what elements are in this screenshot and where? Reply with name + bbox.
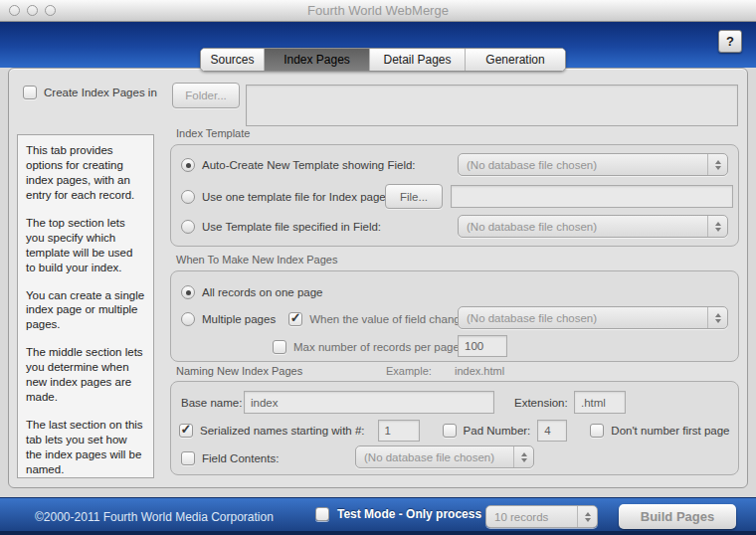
main-panel: Create Index Pages in Folder... This tab… xyxy=(8,68,748,488)
popup-arrows-icon xyxy=(707,154,727,175)
popup-value: 10 records xyxy=(486,506,577,527)
when-group-title: When To Make New Index Pages xyxy=(176,254,337,266)
field-contents-row: Field Contents: xyxy=(181,446,279,470)
footer-bar: ©2000-2011 Fourth World Media Corporatio… xyxy=(0,497,756,535)
records-count-select[interactable]: 10 records xyxy=(485,505,598,528)
one-template-radio[interactable] xyxy=(181,190,195,204)
create-index-label: Create Index Pages in xyxy=(44,87,157,98)
max-records-label: Max number of records per page: xyxy=(293,341,463,353)
popup-arrows-icon xyxy=(707,216,727,237)
dont-number-checkbox[interactable] xyxy=(590,424,604,438)
minimize-button[interactable] xyxy=(27,5,38,16)
auto-create-radio[interactable] xyxy=(181,158,195,172)
index-template-group-title: Index Template xyxy=(176,127,250,139)
value-changes-label: When the value of field changes: xyxy=(309,313,475,325)
auto-create-row: Auto-Create New Template showing Field: xyxy=(181,153,416,177)
tab-index-pages[interactable]: Index Pages xyxy=(265,49,370,71)
popup-arrows-icon xyxy=(577,506,597,527)
one-template-label: Use one template file for Index pages: xyxy=(202,191,395,203)
extension-label: Extension: xyxy=(514,397,568,409)
multiple-pages-row: Multiple pages When the value of field c… xyxy=(181,307,475,331)
field-contents-label: Field Contents: xyxy=(202,452,279,464)
one-template-row: Use one template file for Index pages: xyxy=(181,185,395,209)
base-name-input[interactable] xyxy=(244,391,494,414)
title-bar: Fourth World WebMerge xyxy=(0,0,756,22)
zoom-button[interactable] xyxy=(45,5,56,16)
test-mode-checkbox[interactable] xyxy=(315,507,329,521)
popup-value: (No database file chosen) xyxy=(459,307,707,328)
popup-value: (No database file chosen) xyxy=(459,216,707,237)
pad-number-label: Pad Number: xyxy=(464,425,531,437)
serialized-label: Serialized names starting with #: xyxy=(200,425,365,437)
popup-value: (No database file chosen) xyxy=(356,446,513,467)
field-contents-select[interactable]: (No database file chosen) xyxy=(355,446,534,468)
popup-arrows-icon xyxy=(707,307,727,328)
serialized-checkbox[interactable] xyxy=(179,424,193,438)
tab-sources[interactable]: Sources xyxy=(201,49,265,71)
all-records-row: All records on one page xyxy=(181,280,322,304)
auto-create-label: Auto-Create New Template showing Field: xyxy=(202,159,416,171)
help-sidebar: This tab provides options for creating i… xyxy=(17,134,154,478)
dont-number-label: Don't number first page xyxy=(611,425,729,437)
multiple-pages-label: Multiple pages xyxy=(202,313,276,325)
create-index-row: Create Index Pages in xyxy=(23,81,157,104)
field-spec-radio[interactable] xyxy=(181,220,195,234)
sidebar-paragraph: The top section lets you specify which t… xyxy=(26,216,145,275)
base-name-row: Base name: xyxy=(181,391,242,415)
serialized-start-input[interactable] xyxy=(378,420,420,442)
pad-number-input[interactable] xyxy=(537,420,567,442)
create-index-checkbox[interactable] xyxy=(23,86,37,99)
sidebar-paragraph: This tab provides options for creating i… xyxy=(26,143,145,203)
tab-generation[interactable]: Generation xyxy=(466,49,565,71)
field-contents-checkbox[interactable] xyxy=(181,451,195,465)
all-records-radio[interactable] xyxy=(181,285,195,299)
naming-group: Base name: Extension: Serialized names s… xyxy=(170,381,739,475)
value-changes-checkbox[interactable] xyxy=(288,312,302,326)
value-changes-field-select[interactable]: (No database file chosen) xyxy=(458,306,728,329)
when-group: All records on one page Multiple pages W… xyxy=(170,270,739,362)
max-records-checkbox[interactable] xyxy=(273,340,286,354)
popup-arrows-icon xyxy=(513,446,533,467)
close-button[interactable] xyxy=(9,5,20,16)
window-title: Fourth World WebMerge xyxy=(0,0,756,21)
popup-value: (No database file chosen) xyxy=(459,154,707,175)
build-pages-button[interactable]: Build Pages xyxy=(619,504,736,529)
copyright-text: ©2000-2011 Fourth World Media Corporatio… xyxy=(35,510,274,524)
file-button[interactable]: File... xyxy=(385,184,443,209)
example-value: index.html xyxy=(455,365,504,377)
tab-bar: Sources Index Pages Detail Pages Generat… xyxy=(200,48,566,72)
multiple-pages-radio[interactable] xyxy=(181,312,195,326)
max-records-input[interactable] xyxy=(458,335,507,357)
folder-button[interactable]: Folder... xyxy=(172,83,240,108)
example-label: Example: xyxy=(386,365,432,377)
auto-create-field-select[interactable]: (No database file chosen) xyxy=(458,153,728,176)
window-bottom-edge xyxy=(0,531,756,535)
naming-group-title: Naming New Index Pages xyxy=(176,365,302,377)
test-mode-row: Test Mode - Only process xyxy=(315,507,481,521)
tab-detail-pages[interactable]: Detail Pages xyxy=(370,49,466,71)
max-records-row: Max number of records per page: xyxy=(273,335,463,359)
help-button[interactable]: ? xyxy=(718,30,742,53)
sidebar-paragraph: The middle section lets you determine wh… xyxy=(26,345,145,405)
sidebar-paragraph: The last section on this tab lets you se… xyxy=(26,418,145,477)
test-mode-label: Test Mode - Only process xyxy=(337,507,481,521)
pad-number-checkbox[interactable] xyxy=(443,424,457,438)
folder-path-field[interactable] xyxy=(246,85,738,126)
template-file-path-input[interactable] xyxy=(451,185,733,208)
field-spec-label: Use Template file specified in Field: xyxy=(202,221,381,233)
extension-row: Extension: xyxy=(514,391,568,415)
serialized-row: Serialized names starting with #: Pad Nu… xyxy=(179,419,730,443)
sidebar-paragraph: You can create a single index page or mu… xyxy=(26,288,145,333)
index-template-group: Auto-Create New Template showing Field: … xyxy=(170,144,739,247)
field-spec-row: Use Template file specified in Field: xyxy=(181,215,381,239)
base-name-label: Base name: xyxy=(181,397,242,409)
app-window: Fourth World WebMerge ? Sources Index Pa… xyxy=(0,0,756,535)
field-spec-select[interactable]: (No database file chosen) xyxy=(458,215,728,238)
all-records-label: All records on one page xyxy=(202,286,322,298)
window-controls xyxy=(9,5,56,16)
extension-input[interactable] xyxy=(574,391,626,414)
